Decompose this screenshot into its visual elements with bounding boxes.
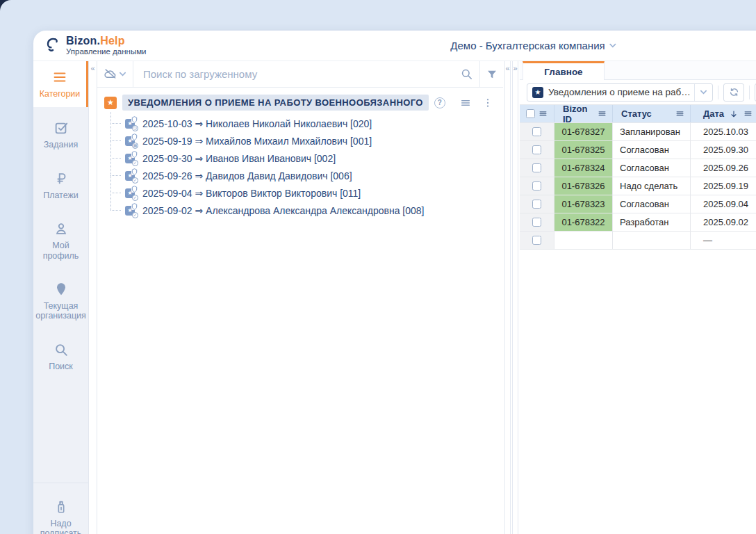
sidebar-item-profile[interactable]: Мой профиль [33, 213, 88, 268]
shield-icon [131, 186, 138, 193]
shield-icon [131, 203, 138, 210]
tree-category-header[interactable]: ★ УВЕДОМЛЕНИЯ О ПРИЕМЕ НА РАБОТУ ВОЕННОО… [104, 95, 503, 111]
bizon-id-cell: 01-678322 [554, 213, 613, 231]
tree-item[interactable]: ★✓ 2025-09-26 ⇒ Давидов Давид Давидович … [104, 167, 503, 184]
column-menu-icon[interactable] [598, 109, 607, 118]
sort-desc-icon [730, 110, 738, 118]
table-row[interactable]: 01-678325 Согласован 2025.09.30 [520, 141, 756, 159]
document-icon: ★✓ [125, 170, 138, 182]
tree-content: ★ УВЕДОМЛЕНИЯ О ПРИЕМЕ НА РАБОТУ ВОЕННОО… [97, 88, 503, 534]
date-cell: 2025.10.03 [691, 123, 756, 140]
chevron-down-icon [694, 84, 712, 101]
tree-item-label: 2025-09-19 ⇒ Михайлов Михаил Михайлович … [142, 136, 372, 147]
date-cell: 2025.09.26 [691, 159, 756, 177]
shield-icon [131, 168, 138, 175]
tree-panel: ★ УВЕДОМЛЕНИЯ О ПРИЕМЕ НА РАБОТУ ВОЕННОО… [97, 61, 503, 534]
list-menu-icon[interactable] [460, 97, 471, 108]
date-cell: 2025.09.04 [691, 195, 756, 213]
brand-name: Bizon.Help [66, 35, 147, 47]
search-bar [97, 61, 503, 88]
column-header-status[interactable]: Статус [613, 105, 691, 122]
sidebar-item-label: Задания [44, 140, 78, 149]
table-row[interactable]: — [520, 232, 756, 250]
row-checkbox[interactable] [532, 181, 541, 191]
select-all-checkbox[interactable] [526, 109, 535, 118]
tree-item[interactable]: ★✓ 2025-09-30 ⇒ Иванов Иван Иванович [00… [104, 149, 503, 167]
refresh-icon [729, 87, 739, 97]
category-star-icon: ★ [104, 97, 117, 109]
category-filter-select[interactable]: ★ Уведомления о приеме на работу... [527, 83, 713, 102]
kebab-menu-icon[interactable] [482, 97, 493, 108]
tree-panel-collapse-handle[interactable]: « [89, 61, 97, 534]
column-header-bizon-id[interactable]: Bizon ID [554, 105, 613, 122]
date-cell: 2025.09.19 [691, 177, 756, 195]
tree-item-label: 2025-09-02 ⇒ Александрова Александра Але… [142, 205, 424, 216]
shield-icon [131, 134, 138, 140]
table-row[interactable]: 01-678327 Запланирован 2025.10.03 [520, 123, 756, 141]
search-submit-button[interactable] [453, 61, 479, 87]
bizon-id-cell [554, 232, 613, 249]
table-row[interactable]: 01-678322 Разработан 2025.09.02 [520, 213, 756, 232]
column-menu-icon[interactable] [539, 109, 548, 118]
document-icon: ★✓ [125, 204, 138, 217]
help-icon[interactable]: ? [434, 97, 445, 108]
refresh-button[interactable] [723, 83, 744, 102]
table-row[interactable]: 01-678324 Согласован 2025.09.26 [520, 159, 756, 177]
collapse-left-icon: « [90, 64, 94, 72]
column-header-date[interactable]: Дата [691, 105, 756, 122]
tab-strip: Главное [520, 61, 756, 80]
sidebar-item-search[interactable]: Поиск [33, 334, 88, 379]
panel-splitter: « » [503, 61, 520, 534]
row-checkbox[interactable] [532, 163, 541, 172]
table-row[interactable]: 01-678323 Согласован 2025.09.04 [520, 195, 756, 213]
row-checkbox[interactable] [532, 218, 541, 227]
sidebar-item-payments[interactable]: Платежи [33, 163, 88, 208]
sidebar-item-need-to-sign[interactable]: Надо подписать [33, 492, 88, 534]
column-menu-icon[interactable] [675, 109, 684, 118]
check-icon: ✓ [132, 177, 138, 184]
app-logo[interactable]: Bizon.Help Управление данными [43, 35, 147, 56]
tree-item[interactable]: ★▦ 2025-09-19 ⇒ Михайлов Михаил Михайлов… [104, 132, 503, 149]
company-selector[interactable]: Демо - Бухгалтерская компания [450, 31, 616, 60]
row-checkbox[interactable] [532, 127, 541, 136]
location-pin-icon [54, 282, 69, 297]
details-panel: Главное ★ Уведомления о приеме на работу… [520, 61, 756, 534]
row-checkbox[interactable] [532, 200, 541, 209]
bizon-id-cell: 01-678323 [554, 195, 613, 213]
filter-button[interactable] [479, 61, 503, 87]
bizon-logo-icon [43, 36, 61, 54]
table-row[interactable]: 01-678326 Надо сделать 2025.09.19 [520, 177, 756, 195]
column-menu-icon[interactable] [743, 109, 753, 118]
chevron-down-icon [119, 70, 126, 78]
brand-subtitle: Управление данными [66, 47, 147, 56]
splitter-collapse-handle[interactable]: « [504, 61, 511, 534]
tree-item-label: 2025-10-03 ⇒ Николаев Николай Николаевич… [142, 118, 372, 129]
search-input[interactable] [133, 61, 453, 87]
row-checkbox[interactable] [532, 236, 541, 245]
tree-item[interactable]: ★✓ 2025-09-04 ⇒ Викторов Виктор Викторов… [104, 184, 503, 202]
document-icon: ★▦ [125, 135, 138, 147]
sidebar: Категории Задания Платежи Мой профиль Те… [33, 61, 89, 534]
sidebar-item-current-organization[interactable]: Текущая организация [33, 274, 88, 329]
search-source-selector[interactable] [97, 61, 133, 87]
app-window: Bizon.Help Управление данными Демо - Бух… [33, 31, 756, 534]
row-checkbox[interactable] [532, 145, 541, 154]
toolbar-divider [749, 86, 750, 99]
sidebar-item-label: Платежи [43, 191, 79, 200]
funnel-icon [486, 69, 498, 80]
status-cell: Согласован [613, 141, 691, 159]
tree-rows: ★◷ 2025-10-03 ⇒ Николаев Николай Николае… [104, 115, 503, 219]
sidebar-item-tasks[interactable]: Задания [33, 113, 88, 157]
sidebar-item-categories[interactable]: Категории [33, 61, 88, 107]
tab-main[interactable]: Главное [523, 61, 605, 80]
splitter-expand-handle[interactable]: » [512, 61, 518, 534]
select-all-header-cell [520, 105, 554, 122]
tree-item[interactable]: ★✓ 2025-09-02 ⇒ Александрова Александра … [104, 202, 503, 219]
category-filter-value: Уведомления о приеме на работу... [548, 87, 694, 97]
tree-item[interactable]: ★◷ 2025-10-03 ⇒ Николаев Николай Николае… [104, 115, 503, 132]
sidebar-bottom: Надо подписать Открыто [33, 483, 88, 534]
tab-label: Главное [544, 67, 582, 77]
bizon-id-cell: 01-678324 [554, 159, 613, 177]
chevron-down-icon [609, 42, 617, 49]
document-icon: ★◷ [125, 118, 138, 130]
